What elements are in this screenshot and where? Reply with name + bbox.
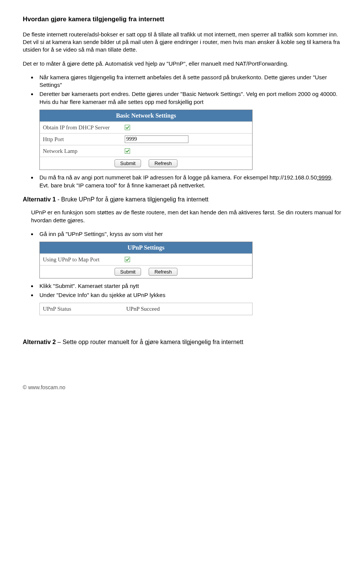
text-fragment: Du må fra nå av angi port nummeret bak I…: [39, 174, 317, 181]
upnp-map-label: Using UPnP to Map Port: [40, 254, 122, 265]
network-lamp-row: Network Lamp: [40, 145, 252, 157]
alternative-2-heading: Alternativ 2 – Sette opp router manuelt …: [23, 338, 341, 346]
check-icon: [125, 125, 130, 130]
alt2-rest: – Sette opp router manuelt for å gjøre k…: [56, 339, 243, 345]
alternative-1-heading: Alternativ 1 - Bruke UPnP for å gjøre ka…: [23, 195, 341, 204]
instruction-list-1: Når kamera gjøres tilgjengelig fra inter…: [23, 74, 341, 106]
upnp-settings-panel: UPnP Settings Using UPnP to Map Port Sub…: [39, 242, 253, 278]
list-item: Gå inn på "UPnP Settings", kryss av som …: [37, 230, 341, 238]
alt1-label: Alternativ 1: [23, 196, 56, 203]
list-item: Når kamera gjøres tilgjengelig fra inter…: [37, 74, 341, 89]
upnp-status-row: UPnP Status UPnP Succeed: [40, 303, 252, 314]
list-item: Du må fra nå av angi port nummeret bak I…: [37, 174, 341, 189]
upnp-map-row: Using UPnP to Map Port: [40, 253, 252, 265]
intro-paragraph-2: Det er to måter å gjøre dette på. Automa…: [23, 60, 341, 68]
dhcp-label: Obtain IP from DHCP Server: [40, 122, 122, 133]
upnp-status-value: UPnP Succeed: [126, 305, 160, 313]
alt1-paragraph: UPnP er en funksjon som støttes av de fl…: [31, 209, 341, 224]
submit-button[interactable]: Submit: [115, 159, 141, 167]
port-text: :9999: [317, 174, 331, 181]
refresh-button[interactable]: Refresh: [149, 159, 177, 167]
button-row: Submit Refresh: [40, 265, 252, 278]
alt1-result-list: Klikk "Submit". Kameraet starter på nytt…: [23, 282, 341, 299]
submit-button[interactable]: Submit: [115, 268, 141, 276]
instruction-list-2: Du må fra nå av angi port nummeret bak I…: [23, 174, 341, 189]
panel-header: Basic Network Settings: [40, 110, 252, 121]
network-lamp-checkbox[interactable]: [125, 148, 130, 154]
panel-header: UPnP Settings: [40, 242, 252, 253]
check-icon: [125, 257, 130, 262]
network-lamp-label: Network Lamp: [40, 145, 122, 157]
http-port-label: Http Port: [40, 134, 122, 145]
dhcp-checkbox[interactable]: [125, 125, 130, 130]
button-row: Submit Refresh: [40, 157, 252, 170]
list-item: Klikk "Submit". Kameraet starter på nytt: [37, 282, 341, 290]
check-icon: [125, 149, 130, 153]
list-item: Deretter bør kameraets port endres. Dett…: [37, 90, 341, 106]
http-port-row: Http Port: [40, 133, 252, 145]
intro-paragraph-1: De fleste internett routere/adsl-bokser …: [23, 31, 341, 54]
page-footer: © www.foscam.no: [23, 384, 341, 391]
alt2-label: Alternativ 2: [23, 339, 56, 345]
upnp-checkbox[interactable]: [125, 257, 130, 262]
upnp-status-label: UPnP Status: [43, 305, 126, 313]
basic-network-settings-panel: Basic Network Settings Obtain IP from DH…: [39, 110, 253, 170]
list-item: Under "Device Info" kan du sjekke at UPn…: [37, 291, 341, 299]
alt1-list: Gå inn på "UPnP Settings", kryss av som …: [23, 230, 341, 238]
page-title: Hvordan gjøre kamera tilgjengelig fra in…: [23, 15, 341, 24]
refresh-button[interactable]: Refresh: [149, 268, 177, 276]
alt1-rest: - Bruke UPnP for å gjøre kamera tilgjeng…: [56, 196, 209, 203]
upnp-status-panel: UPnP Status UPnP Succeed: [39, 303, 253, 315]
http-port-input[interactable]: [125, 135, 188, 143]
dhcp-row: Obtain IP from DHCP Server: [40, 121, 252, 133]
